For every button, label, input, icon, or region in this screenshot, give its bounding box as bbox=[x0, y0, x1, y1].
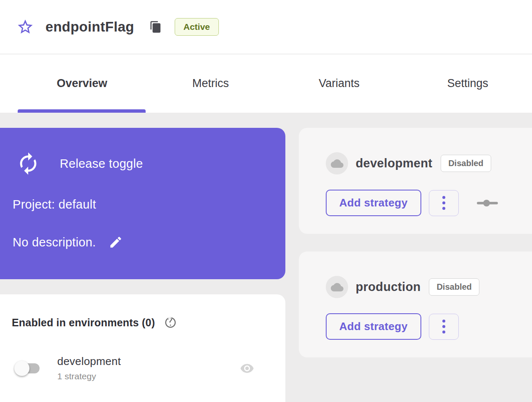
enabled-environments-title: Enabled in environments (0) bbox=[12, 317, 155, 329]
tab-settings-label: Settings bbox=[447, 77, 488, 90]
environment-name: development bbox=[57, 355, 121, 368]
enabled-environments-panel: Enabled in environments (0) development … bbox=[0, 294, 285, 402]
copy-name-button[interactable] bbox=[149, 20, 163, 34]
environment-card-title: production bbox=[356, 280, 420, 294]
help-button[interactable] bbox=[164, 316, 177, 329]
status-badge: Active bbox=[175, 18, 219, 36]
environment-avatar bbox=[326, 152, 348, 175]
environment-card-production: production Disabled Add strategy bbox=[299, 251, 532, 357]
pencil-icon bbox=[109, 235, 123, 249]
question-circle-icon bbox=[164, 316, 177, 329]
toggle-type-card: Release toggle Project: default No descr… bbox=[0, 128, 285, 279]
project-label: Project: default bbox=[13, 198, 273, 212]
tab-overview-label: Overview bbox=[57, 77, 107, 90]
environment-card-development: development Disabled Add strategy bbox=[299, 128, 532, 234]
tab-metrics[interactable]: Metrics bbox=[146, 54, 275, 113]
environment-card-title: development bbox=[356, 156, 432, 170]
add-strategy-button[interactable]: Add strategy bbox=[326, 313, 421, 340]
flag-header: endpointFlag Active bbox=[0, 0, 532, 54]
environment-status-badge: Disabled bbox=[441, 155, 491, 172]
environment-toggle-row: development 1 strategy bbox=[12, 355, 274, 381]
star-outline-icon bbox=[16, 18, 34, 36]
cloud-icon bbox=[331, 157, 343, 170]
cloud-icon bbox=[331, 281, 343, 294]
more-actions-button[interactable] bbox=[429, 314, 459, 340]
tab-variants[interactable]: Variants bbox=[275, 54, 404, 113]
strategy-slider-icon bbox=[476, 198, 498, 208]
copy-icon bbox=[149, 21, 162, 33]
environments-column: development Disabled Add strategy bbox=[299, 128, 532, 402]
autorenew-icon bbox=[16, 151, 40, 176]
visibility-button[interactable] bbox=[240, 361, 254, 376]
flag-tabs: Overview Metrics Variants Settings bbox=[0, 54, 532, 113]
environment-status-badge: Disabled bbox=[429, 278, 479, 296]
kebab-menu-icon bbox=[442, 320, 445, 333]
edit-description-button[interactable] bbox=[109, 235, 123, 249]
toggle-type-label: Release toggle bbox=[60, 157, 143, 171]
favorite-button[interactable] bbox=[16, 18, 35, 36]
tab-metrics-label: Metrics bbox=[192, 77, 229, 90]
tab-settings[interactable]: Settings bbox=[404, 54, 532, 113]
strategy-count: 1 strategy bbox=[57, 371, 121, 381]
eye-icon bbox=[240, 361, 254, 376]
switch-knob bbox=[14, 361, 29, 376]
more-actions-button[interactable] bbox=[429, 190, 459, 216]
overview-content: Release toggle Project: default No descr… bbox=[0, 113, 532, 402]
add-strategy-button[interactable]: Add strategy bbox=[326, 190, 421, 216]
left-column: Release toggle Project: default No descr… bbox=[0, 128, 285, 402]
environment-toggle-switch[interactable] bbox=[18, 363, 40, 373]
active-tab-indicator bbox=[18, 109, 146, 113]
description-text: No description. bbox=[13, 235, 96, 249]
tab-variants-label: Variants bbox=[319, 77, 359, 90]
kebab-menu-icon bbox=[442, 196, 445, 210]
environment-avatar bbox=[326, 276, 348, 298]
tab-overview[interactable]: Overview bbox=[18, 54, 146, 113]
page-title: endpointFlag bbox=[45, 19, 134, 35]
